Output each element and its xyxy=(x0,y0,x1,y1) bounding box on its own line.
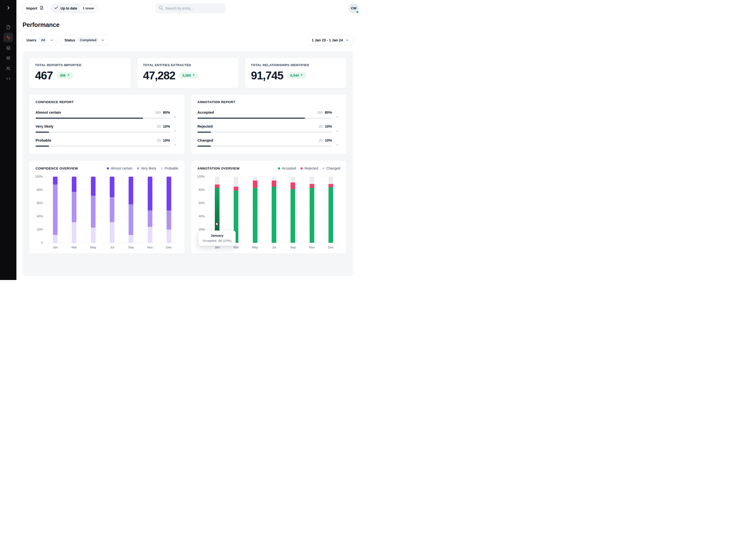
card-title: CONFIDENCE REPORT xyxy=(36,100,178,104)
sync-status-pill[interactable]: Up to date 1 issue xyxy=(51,3,98,13)
import-button-label: Import xyxy=(26,6,37,10)
arrow-up-icon xyxy=(192,73,195,77)
stacked-bar[interactable] xyxy=(72,177,76,243)
chevron-down-icon xyxy=(345,38,349,42)
bar-column[interactable]: Nov xyxy=(144,177,156,249)
bar-segment xyxy=(72,192,76,222)
bar-segment xyxy=(91,228,96,243)
search-input[interactable] xyxy=(165,6,223,10)
bar-segment xyxy=(53,184,58,235)
avatar[interactable]: CW xyxy=(349,3,359,13)
users-filter-button[interactable]: Users All xyxy=(23,35,58,45)
row-label: Accepted xyxy=(197,110,214,114)
row-count: 20 xyxy=(157,124,161,128)
sidebar-item-documents[interactable] xyxy=(3,22,13,32)
expand-row-button[interactable] xyxy=(172,124,178,133)
arrow-up-icon xyxy=(67,73,70,77)
expand-row-button[interactable] xyxy=(172,138,178,147)
bar-column[interactable]: Nov xyxy=(306,177,317,249)
bar-column[interactable]: Dec xyxy=(163,177,174,249)
stacked-bar[interactable] xyxy=(91,177,96,243)
search-box[interactable] xyxy=(156,3,226,13)
cursor-pointer-icon xyxy=(216,222,220,228)
row-count: 20 xyxy=(319,124,323,128)
chart-legend: Almost certainVery likelyProbable xyxy=(107,166,178,170)
status-filter-button[interactable]: Status Completed xyxy=(61,35,109,45)
sidebar-item-users[interactable] xyxy=(3,63,13,73)
date-range-filter-button[interactable]: 1 Jan 23 - 1 Jan 24 xyxy=(308,35,353,45)
expand-row-button[interactable] xyxy=(334,124,340,133)
progress-fill xyxy=(197,118,305,119)
row-count: 20 xyxy=(319,138,323,142)
legend-item: Probable xyxy=(161,166,178,170)
row-count: 20 xyxy=(157,138,161,142)
stat-card-relationships: TOTAL RELATIONSHIPS IDENTIFIED 91,745 6,… xyxy=(245,58,347,88)
legend-dot xyxy=(278,167,280,170)
stacked-bar[interactable] xyxy=(291,177,295,243)
stacked-bar[interactable] xyxy=(53,177,58,243)
bar-segment xyxy=(72,177,76,192)
stat-value: 91,745 xyxy=(251,69,283,82)
bar-segment xyxy=(310,177,314,184)
stacked-bar[interactable] xyxy=(148,177,152,243)
bar-segment xyxy=(215,177,219,184)
bar-column[interactable]: Jul xyxy=(268,177,279,249)
x-tick-label: Jul xyxy=(110,243,114,249)
bar-column[interactable]: Jan xyxy=(50,177,61,249)
filter-bar: Users All Status Completed 1 Jan 23 - 1 … xyxy=(23,35,353,45)
bar-segment xyxy=(272,177,276,181)
bar-column[interactable]: Dec xyxy=(325,177,336,249)
sidebar-expand-button[interactable] xyxy=(0,0,16,16)
stacked-bar[interactable] xyxy=(110,177,114,243)
delta-badge: 3,565 xyxy=(179,72,198,79)
y-tick-label: 0 xyxy=(41,241,43,244)
sidebar-item-layers[interactable] xyxy=(3,43,13,53)
row-percent: 10% xyxy=(163,138,170,142)
progress-fill xyxy=(36,146,49,147)
stacked-bar[interactable] xyxy=(328,177,333,243)
row-count: 160 xyxy=(317,110,323,114)
content: Performance Users All Status Completed 1… xyxy=(16,16,365,280)
x-tick-label: Dec xyxy=(166,243,172,249)
stacked-bar[interactable] xyxy=(129,177,133,243)
app-root: Import Up to date 1 issue CW xyxy=(0,0,365,280)
expand-row-button[interactable] xyxy=(334,138,340,147)
stat-label: TOTAL RELATIONSHIPS IDENTIFIED xyxy=(251,63,341,67)
legend-item: Very likely xyxy=(137,166,156,170)
expand-row-button[interactable] xyxy=(334,110,340,119)
sidebar-item-performance[interactable] xyxy=(3,33,13,42)
date-range-value: 1 Jan 23 - 1 Jan 24 xyxy=(312,38,343,42)
legend-item: Changed xyxy=(322,166,340,170)
bar-column[interactable]: Jul xyxy=(106,177,118,249)
x-tick-label: Dec xyxy=(328,243,334,249)
bar-segment xyxy=(110,177,114,197)
expand-row-button[interactable] xyxy=(172,110,178,119)
reports-row: CONFIDENCE REPORT Almost certain 16080% xyxy=(29,94,347,154)
bar-column[interactable]: May xyxy=(87,177,99,249)
bar-segment xyxy=(234,187,238,191)
report-row: Probable 2010% xyxy=(36,135,178,149)
stacked-bar[interactable] xyxy=(167,177,171,243)
y-tick-label: 40% xyxy=(199,215,205,218)
bar-column[interactable]: Mar xyxy=(69,177,80,249)
stacked-bar[interactable] xyxy=(310,177,314,243)
bar-segment xyxy=(129,177,133,204)
sidebar-item-code[interactable] xyxy=(3,74,13,84)
tooltip-title: January xyxy=(201,234,233,237)
legend-item: Almost certain xyxy=(107,166,133,170)
bar-column[interactable]: May xyxy=(249,177,261,249)
bar-segment xyxy=(291,189,295,243)
legend-dot xyxy=(161,167,163,170)
sidebar-item-filters[interactable] xyxy=(3,53,13,63)
stacked-bar[interactable] xyxy=(253,177,257,243)
search-icon xyxy=(158,5,163,11)
row-label: Probable xyxy=(36,138,51,142)
stacked-bar[interactable] xyxy=(272,177,276,243)
activity-icon xyxy=(6,35,11,40)
import-button[interactable]: Import xyxy=(22,3,48,13)
bar-segment xyxy=(272,181,276,186)
bar-column[interactable]: Sep xyxy=(125,177,137,249)
x-tick-label: Jan xyxy=(53,243,58,249)
issue-badge[interactable]: 1 issue xyxy=(80,5,97,12)
bar-column[interactable]: Sep xyxy=(287,177,299,249)
